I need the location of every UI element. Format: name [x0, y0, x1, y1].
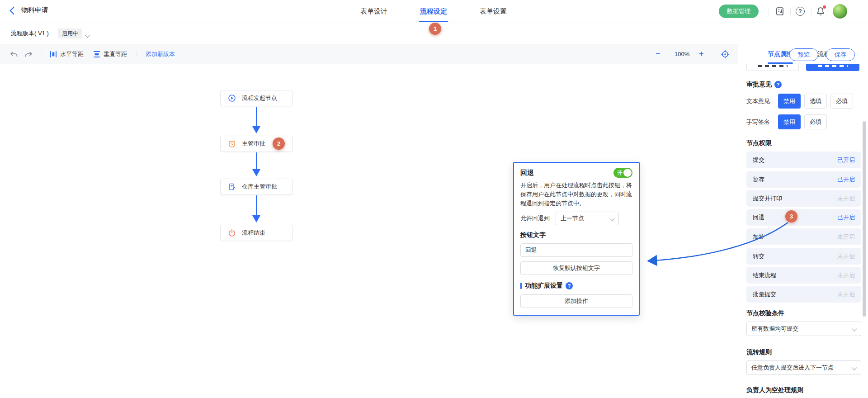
help-question-icon[interactable]: ? — [566, 282, 573, 289]
perm-row-transfer[interactable]: 转交 未开启 — [746, 248, 861, 265]
flow-node-start[interactable]: 流程发起节点 — [220, 90, 292, 106]
vertical-distribute-icon — [93, 51, 100, 58]
save-button[interactable]: 保存 — [826, 48, 855, 61]
signature-required-button[interactable]: 必填 — [804, 114, 827, 129]
horizontal-equidistant-label: 水平等距 — [60, 50, 84, 58]
button-text-input[interactable] — [520, 243, 632, 257]
header-divider — [811, 8, 811, 15]
status-badge: 已开启 — [837, 156, 855, 164]
validation-heading: 节点校验条件 — [746, 309, 784, 317]
text-opinion-disable-button[interactable]: 禁用 — [778, 94, 801, 109]
header-divider — [790, 8, 791, 15]
back-icon[interactable] — [9, 6, 18, 14]
perm-row-end-flow[interactable]: 结束流程 未开启 — [746, 267, 861, 284]
clock-icon — [228, 140, 236, 148]
panel-action-button-right-cutoff[interactable] — [806, 64, 859, 71]
node-label: 主管审批 — [242, 140, 265, 148]
perm-row-submit-print[interactable]: 提交并打印 未开启 — [746, 190, 861, 207]
tab-form-design[interactable]: 表单设计 — [359, 0, 389, 22]
help-question-icon[interactable]: ? — [774, 81, 782, 88]
step-badge-2: 2 — [273, 137, 285, 150]
status-badge: 未开启 — [837, 252, 855, 261]
rollback-target-value: 上一节点 — [561, 214, 584, 223]
status-badge: 未开启 — [837, 271, 855, 280]
popup-description: 开启后，用户在处理流程时点击此按钮，将保存用户在此节点中对数据的更改，同时流程退… — [520, 181, 632, 208]
toolbar-divider — [137, 51, 137, 57]
flow-node-end[interactable]: 流程结束 — [220, 225, 292, 241]
node-label: 仓库主管审批 — [242, 183, 277, 191]
data-manage-button[interactable]: 数据管理 — [719, 5, 759, 18]
rollback-toggle[interactable]: 开 — [613, 168, 632, 178]
notification-bell-icon[interactable] — [816, 6, 826, 16]
text-opinion-label: 文本意见 — [746, 94, 770, 109]
document-edit-icon — [228, 183, 236, 191]
header-divider — [769, 8, 769, 15]
rollback-settings-popup: 回退 开 开启后，用户在处理流程时点击此按钮，将保存用户在此节点中对数据的更改，… — [513, 162, 640, 316]
panel-scrollbar[interactable] — [863, 121, 866, 317]
notification-dot — [823, 5, 826, 9]
status-badge: 未开启 — [837, 194, 855, 203]
avatar[interactable] — [833, 4, 847, 19]
toggle-knob — [623, 169, 632, 177]
locate-crosshair-icon[interactable] — [721, 44, 730, 64]
toolbar-divider — [42, 51, 42, 57]
node-label: 流程结束 — [242, 229, 265, 237]
undo-icon[interactable] — [9, 44, 18, 64]
zoom-level: 100% — [675, 44, 689, 64]
node-label: 流程发起节点 — [242, 94, 277, 102]
power-icon — [228, 229, 236, 237]
validation-select[interactable]: 所有数据均可提交 — [746, 322, 861, 336]
section-accent-bar — [520, 283, 522, 289]
perm-row-add-sign[interactable]: 加签 未开启 — [746, 228, 861, 245]
add-action-button[interactable]: 添加操作 — [520, 294, 632, 308]
vertical-equidistant-button[interactable]: 垂直等距 — [93, 44, 127, 64]
properties-panel: 节点属性 流程属性 审批意见 ? 文本意见 禁用 选填 必填 手写签名 禁用 必… — [739, 44, 868, 398]
flow-node-warehouse-approval[interactable]: 仓库主管审批 — [220, 179, 292, 195]
status-badge: 未开启 — [837, 233, 855, 241]
version-chevron-down-icon[interactable] — [86, 31, 90, 39]
app-window: 物料申请 表单设计 流程设定 表单设置 数据管理 ? — [0, 0, 868, 398]
version-label: 流程版本( V1 ) — [11, 23, 49, 44]
add-version-link[interactable]: 添加新版本 — [146, 44, 175, 64]
approval-opinion-heading: 审批意见 ? — [746, 81, 782, 89]
toggle-on-label: 开 — [617, 168, 623, 178]
node-permission-heading: 节点权限 — [746, 139, 772, 147]
flow-rule-select[interactable]: 任意负责人提交后进入下一节点 — [746, 360, 861, 375]
button-text-label: 按钮文字 — [520, 231, 632, 239]
status-badge: 已开启 — [837, 213, 855, 222]
restore-default-text-button[interactable]: 恢复默认按钮文字 — [520, 261, 632, 275]
chevron-down-icon — [609, 216, 614, 221]
step-badge-3: 3 — [785, 210, 797, 223]
tab-flow-setting[interactable]: 流程设定 — [419, 0, 448, 22]
signature-label: 手写签名 — [746, 114, 770, 129]
chevron-down-icon — [852, 326, 857, 331]
version-status-badge: 启用中 — [58, 28, 82, 38]
perm-row-submit[interactable]: 提交 已开启 — [746, 152, 861, 168]
canvas-toolbar: 水平等距 垂直等距 添加新版本 − 100% + — [0, 44, 738, 64]
popup-title: 回退 — [520, 169, 534, 177]
help-icon[interactable]: ? — [796, 7, 806, 17]
play-circle-icon — [228, 94, 236, 102]
perm-row-rollback[interactable]: 回退 已开启 — [746, 209, 861, 226]
panel-action-button-left-cutoff[interactable] — [746, 64, 799, 71]
horizontal-equidistant-button[interactable]: 水平等距 — [50, 44, 84, 64]
tab-form-setting[interactable]: 表单设置 — [478, 0, 508, 22]
allow-rollback-label: 允许回退到 — [520, 214, 550, 223]
page-title[interactable]: 物料申请 — [21, 6, 48, 17]
flow-rule-heading: 流转规则 — [746, 348, 772, 356]
status-badge: 未开启 — [837, 290, 855, 298]
perm-row-batch-submit[interactable]: 批量提交 未开启 — [746, 286, 861, 303]
text-opinion-required-button[interactable]: 必填 — [830, 94, 853, 109]
zoom-in-icon[interactable]: + — [699, 44, 704, 64]
redo-icon[interactable] — [24, 44, 33, 64]
zoom-out-icon[interactable]: − — [656, 44, 660, 64]
signature-disable-button[interactable]: 禁用 — [778, 114, 801, 129]
manual-book-icon[interactable] — [775, 6, 785, 16]
preview-button[interactable]: 预览 — [789, 48, 818, 61]
rollback-target-select[interactable]: 上一节点 — [556, 212, 619, 225]
horizontal-distribute-icon — [50, 51, 57, 58]
vertical-equidistant-label: 垂直等距 — [104, 50, 127, 58]
perm-row-save-draft[interactable]: 暂存 已开启 — [746, 171, 861, 188]
text-opinion-optional-button[interactable]: 选填 — [804, 94, 827, 109]
status-badge: 已开启 — [837, 175, 855, 184]
